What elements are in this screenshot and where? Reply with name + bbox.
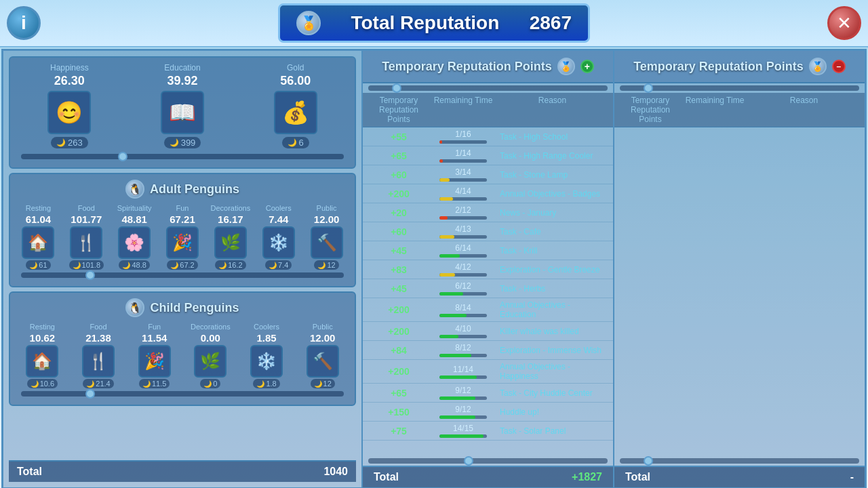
rep-right-table-body	[614, 127, 865, 456]
table-row[interactable]: +83 4/12 Exploration - Gentle Breeze	[363, 260, 613, 279]
rep-right-footer-label: Total	[625, 471, 650, 483]
left-footer-value: 1040	[323, 466, 348, 478]
reputation-panels: Temporary Reputation Points 🏅 + Temporar…	[363, 51, 865, 466]
happiness-icon-box: 😊	[47, 91, 91, 134]
child-section-icon: 🐧	[125, 298, 144, 317]
adult-penguins-section: 🐧 Adult Penguins Resting 61.04 🏠 🌙 61 Fo…	[9, 173, 356, 287]
table-row[interactable]: +55 1/16 Task - High School	[363, 127, 613, 146]
education-icon: 📖	[169, 100, 196, 125]
adult-section-header: 🐧 Adult Penguins	[16, 180, 349, 199]
rep-panel-remove-button[interactable]: –	[832, 60, 846, 73]
rep-left-col-time: Remaining Time	[429, 96, 497, 124]
header: i 🏅 Total Reputation 2867 ✕	[0, 0, 868, 47]
gold-icon-box: 💰	[274, 91, 317, 134]
close-icon: ✕	[837, 13, 852, 34]
rep-right-footer: Total -	[614, 467, 865, 487]
gold-count: 🌙 6	[282, 137, 309, 148]
child-stat-food: Food 21.38 🍴 🌙 21.4	[72, 323, 125, 388]
adult-stats-grid: Resting 61.04 🏠 🌙 61 Food 101.77 🍴 🌙 101…	[16, 204, 349, 270]
rep-right-table-header: TemporaryReputation Points Remaining Tim…	[614, 93, 865, 127]
happiness-count-value: 263	[68, 138, 83, 148]
header-title: Total Reputation	[351, 12, 499, 34]
left-footer: Total 1040	[9, 460, 356, 482]
gold-label: Gold	[287, 63, 304, 73]
bottom-footer: Total +1827 Total -	[363, 466, 865, 487]
child-stats-grid: Resting 10.62 🏠 🌙 10.6 Food 21.38 🍴 🌙 21…	[16, 323, 349, 388]
education-value: 39.92	[167, 74, 197, 88]
table-row[interactable]: +200 4/14 Annual Objectives - Badges	[363, 184, 613, 203]
happiness-item: Happiness 26.30 😊 🌙 263	[16, 63, 123, 148]
rep-left-bottom-slider[interactable]	[368, 458, 608, 464]
table-row[interactable]: +45 6/14 Task - Krill	[363, 241, 613, 260]
rep-panel-right-title: Temporary Reputation Points	[633, 60, 804, 74]
rep-left-bottom-slider-thumb[interactable]	[464, 456, 473, 466]
rep-left-table-header: TemporaryReputation Points Remaining Tim…	[363, 93, 613, 127]
child-slider-thumb[interactable]	[85, 389, 95, 399]
table-row[interactable]: +45 6/12 Task - Herbs	[363, 279, 613, 298]
education-count-icon: 🌙	[170, 138, 179, 147]
happiness-value: 26.30	[54, 74, 85, 88]
table-row[interactable]: +75 14/15 Task - Solar Panel	[363, 422, 613, 441]
child-stat-decorations: Decorations 0.00 🌿 🌙 0	[184, 323, 237, 388]
close-button[interactable]: ✕	[827, 6, 861, 40]
adult-stat-food: Food 101.77 🍴 🌙 101.8	[64, 204, 109, 270]
adult-stat-spirituality: Spirituality 48.81 🌸 🌙 48.8	[112, 204, 157, 270]
adult-stat-resting: Resting 61.04 🏠 🌙 61	[16, 204, 61, 270]
left-footer-label: Total	[17, 466, 42, 478]
resource-row: Happiness 26.30 😊 🌙 263 Education 39.92 …	[16, 63, 349, 148]
child-slider[interactable]	[21, 391, 344, 396]
header-value: 2867	[530, 12, 572, 34]
education-count: 🌙 399	[164, 137, 201, 148]
rep-right-col-reason: Reason	[749, 96, 859, 124]
child-stat-public: Public 12.00 🔨 🌙 12	[296, 323, 349, 388]
table-row[interactable]: +65 9/12 Task - City Huddle Center	[363, 384, 613, 403]
child-section-header: 🐧 Child Penguins	[16, 298, 349, 317]
rep-left-footer-label: Total	[374, 471, 399, 483]
happiness-count-icon: 🌙	[56, 138, 66, 147]
rep-right-top-slider-thumb[interactable]	[644, 83, 653, 93]
adult-slider-thumb[interactable]	[85, 270, 95, 280]
rep-right-bottom-slider-thumb[interactable]	[644, 456, 653, 466]
rep-right-bottom-slider[interactable]	[620, 458, 859, 464]
table-row[interactable]: +84 8/12 Exploration - Immense Wish	[363, 341, 613, 360]
adult-slider[interactable]	[21, 272, 344, 278]
education-label: Education	[164, 63, 200, 73]
rep-panel-right-icon: 🏅	[809, 58, 827, 75]
table-row[interactable]: +200 11/14 Annual Objectives - Happiness	[363, 360, 613, 384]
table-row[interactable]: +150 9/12 Huddle up!	[363, 403, 613, 422]
rep-left-top-slider[interactable]	[368, 85, 608, 91]
gold-icon: 💰	[282, 100, 309, 125]
left-panel: Happiness 26.30 😊 🌙 263 Education 39.92 …	[3, 51, 363, 487]
adult-section-icon: 🐧	[125, 180, 144, 199]
rep-right-top-slider[interactable]	[620, 85, 859, 91]
rep-right-footer-value: -	[850, 471, 854, 483]
gold-count-value: 6	[299, 138, 304, 148]
rep-panel-left: Temporary Reputation Points 🏅 + Temporar…	[363, 51, 614, 466]
rep-left-col-points: TemporaryReputation Points	[368, 96, 429, 124]
rep-panel-left-header: Temporary Reputation Points 🏅 +	[363, 51, 613, 83]
adult-stat-decorations: Decorations 16.17 🌿 🌙 16.2	[208, 204, 253, 270]
table-row[interactable]: +65 1/14 Task - High Range Cooler	[363, 146, 613, 165]
education-icon-box: 📖	[161, 91, 204, 134]
rep-panel-right: Temporary Reputation Points 🏅 – Temporar…	[614, 51, 865, 466]
child-penguins-section: 🐧 Child Penguins Resting 10.62 🏠 🌙 10.6 …	[9, 291, 356, 406]
gold-item: Gold 56.00 💰 🌙 6	[241, 63, 349, 148]
table-row[interactable]: +20 2/12 News - January	[363, 203, 613, 222]
table-row[interactable]: +200 4/10 Killer whale was killed	[363, 322, 613, 341]
table-row[interactable]: +200 8/14 Annual Objectives - Education	[363, 298, 613, 322]
info-button[interactable]: i	[7, 6, 41, 40]
right-container: Temporary Reputation Points 🏅 + Temporar…	[363, 51, 865, 487]
rep-panel-left-title: Temporary Reputation Points	[382, 60, 552, 74]
rep-left-top-slider-thumb[interactable]	[392, 83, 401, 93]
rep-panel-add-button[interactable]: +	[580, 60, 594, 73]
gold-value: 56.00	[280, 74, 311, 88]
top-slider[interactable]	[21, 154, 344, 159]
child-section-title: Child Penguins	[150, 301, 239, 315]
rep-left-table-body: +55 1/16 Task - High School +65 1/14 Tas…	[363, 127, 613, 456]
table-row[interactable]: +60 3/14 Task - Stone Lamp	[363, 165, 613, 184]
rep-panel-left-icon: 🏅	[557, 58, 575, 75]
slider-thumb[interactable]	[118, 152, 127, 161]
reputation-icon: 🏅	[296, 11, 321, 35]
rep-panel-right-header: Temporary Reputation Points 🏅 –	[614, 51, 865, 83]
table-row[interactable]: +60 4/13 Task - Cafe	[363, 222, 613, 241]
